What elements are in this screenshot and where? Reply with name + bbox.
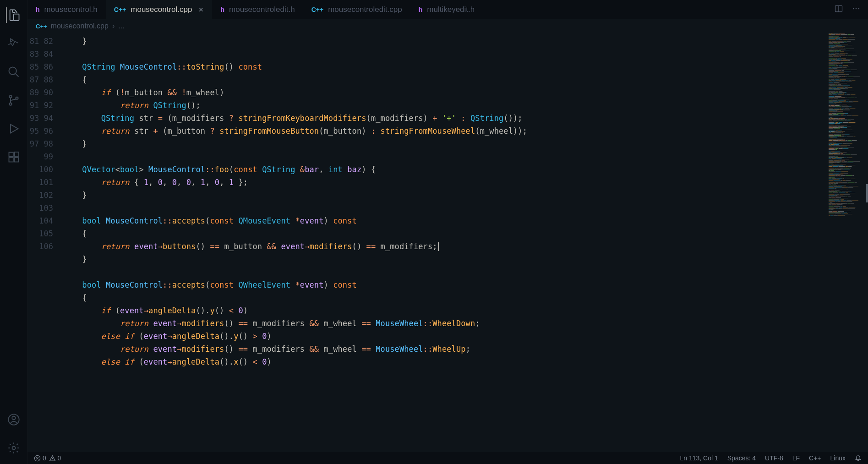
tab-multikeyedit-h[interactable]: hmultikeyedit.h: [410, 0, 483, 19]
cpp-file-icon: C++: [311, 6, 323, 13]
eol[interactable]: LF: [792, 454, 800, 462]
svg-rect-5: [9, 153, 13, 157]
run-debug-icon[interactable]: [6, 121, 22, 136]
warning-count: 0: [58, 454, 61, 462]
breadcrumb-file: mousecontrol.cpp: [51, 22, 109, 30]
encoding[interactable]: UTF-8: [765, 454, 783, 462]
minimap[interactable]: [827, 33, 868, 452]
notifications-icon[interactable]: [855, 454, 862, 462]
svg-point-14: [856, 8, 857, 9]
breadcrumb-separator: ›: [112, 22, 115, 30]
search-icon[interactable]: [6, 64, 22, 80]
tab-label: mousecontroledit.cpp: [328, 5, 402, 14]
error-count: 0: [43, 454, 46, 462]
minimap-slider[interactable]: [866, 184, 868, 202]
h-file-icon: h: [419, 6, 423, 13]
svg-point-4: [16, 97, 18, 99]
close-icon[interactable]: ✕: [198, 6, 204, 13]
split-editor-icon[interactable]: [834, 4, 843, 15]
tab-label: multikeyedit.h: [427, 5, 475, 14]
more-actions-icon[interactable]: [852, 4, 861, 15]
tab-label: mousecontrol.h: [44, 5, 98, 14]
cpp-file-icon: C++: [36, 23, 47, 30]
breadcrumbs[interactable]: C++ mousecontrol.cpp › ...: [27, 19, 868, 33]
cursor-position[interactable]: Ln 113, Col 1: [680, 454, 718, 462]
svg-rect-6: [9, 158, 13, 162]
svg-point-3: [9, 103, 11, 105]
status-bar: 0 0 Ln 113, Col 1 Spaces: 4 UTF-8 LF C++…: [27, 452, 868, 464]
settings-gear-icon[interactable]: [6, 440, 22, 456]
h-file-icon: h: [220, 6, 224, 13]
tab-mousecontrol-h[interactable]: hmousecontrol.h: [27, 0, 106, 19]
tab-bar: hmousecontrol.hC++mousecontrol.cpp✕hmous…: [27, 0, 868, 19]
indentation[interactable]: Spaces: 4: [727, 454, 756, 462]
svg-rect-0: [13, 14, 19, 21]
accounts-icon[interactable]: [6, 412, 22, 427]
svg-point-2: [9, 95, 11, 98]
tab-label: mousecontrol.cpp: [131, 5, 192, 14]
explorer-icon[interactable]: [6, 7, 22, 23]
extensions-icon[interactable]: [6, 149, 22, 165]
tab-mousecontroledit-cpp[interactable]: C++mousecontroledit.cpp: [303, 0, 410, 19]
start-icon[interactable]: [6, 36, 22, 51]
cpp-file-icon: C++: [114, 6, 126, 13]
h-file-icon: h: [36, 6, 40, 13]
svg-point-1: [9, 67, 16, 75]
code-editor[interactable]: } QString MouseControl::toString() const…: [63, 33, 827, 452]
tab-mousecontroledit-h[interactable]: hmousecontroledit.h: [212, 0, 303, 19]
line-number-gutter: 81 82 83 84 85 86 87 88 89 90 91 92 93 9…: [27, 33, 63, 452]
svg-point-15: [858, 8, 860, 9]
os-indicator[interactable]: Linux: [830, 454, 846, 462]
activity-bar: [0, 0, 27, 464]
tab-label: mousecontroledit.h: [229, 5, 295, 14]
svg-point-13: [853, 8, 854, 9]
tab-mousecontrol-cpp[interactable]: C++mousecontrol.cpp✕: [106, 0, 213, 19]
svg-point-10: [12, 416, 15, 420]
source-control-icon[interactable]: [6, 93, 22, 108]
problems-warnings[interactable]: 0: [49, 454, 61, 462]
problems-errors[interactable]: 0: [34, 454, 46, 462]
language-mode[interactable]: C++: [809, 454, 821, 462]
svg-rect-7: [14, 158, 18, 162]
svg-point-11: [12, 447, 15, 450]
svg-rect-8: [14, 152, 18, 156]
breadcrumb-rest: ...: [118, 22, 124, 30]
